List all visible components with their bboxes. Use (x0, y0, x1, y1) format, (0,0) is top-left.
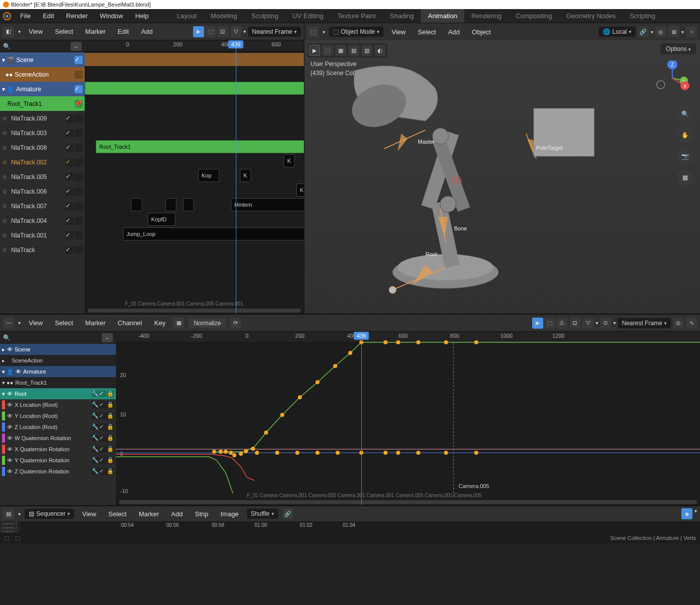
editor-type-icon[interactable]: 〰 (3, 318, 14, 329)
tab-compositing[interactable]: Compositing (508, 9, 559, 23)
ge-select-tools[interactable]: ▶ ⬚ ⚠ (532, 318, 567, 329)
vp-select[interactable]: Select (414, 27, 440, 37)
seq-add[interactable]: Add (167, 509, 187, 519)
strip-roottrack-mid[interactable]: Root_Track1 (96, 140, 304, 153)
playhead-marker[interactable]: 439 (228, 40, 243, 48)
strip-k4[interactable]: K (296, 184, 304, 197)
strip-roottrack-top[interactable] (85, 82, 304, 95)
tab-rendering[interactable]: Rendering (464, 9, 508, 23)
ge-channel-yloc[interactable]: 👁 Y Location (Root)🔧✓🔒 (0, 410, 116, 421)
nla-search[interactable]: 🔍 ↔ (0, 40, 85, 52)
ge-row-scene[interactable]: ▸ 👁 Scene (0, 344, 116, 355)
shading-wireframe-icon[interactable]: ▦ (335, 45, 346, 56)
ghost-icon[interactable]: ▦ (173, 318, 184, 329)
zoom-icon[interactable]: 🔍 (677, 106, 693, 122)
strip-hintern[interactable]: Hintern (231, 198, 304, 211)
vp-view[interactable]: View (388, 27, 410, 37)
graph-canvas[interactable]: -400 -200 0 200 400 600 800 1000 1200 43… (116, 332, 700, 505)
seq-snap-icon[interactable]: 🔗 (282, 508, 293, 519)
select-box-icon[interactable]: ⬚ (322, 45, 333, 56)
ge-playhead-marker[interactable]: 439 (354, 332, 369, 340)
menu-window[interactable]: Window (94, 10, 129, 22)
menu-file[interactable]: File (14, 10, 37, 22)
seq-strip[interactable]: Strip (191, 509, 213, 519)
nla-scrollbar[interactable] (88, 309, 301, 313)
nla-row-track001[interactable]: ☆NlaTrack.001✓ (0, 228, 85, 243)
orientation[interactable]: 🌐 Local ▾ (599, 27, 635, 37)
vp-options[interactable]: Options ▾ (661, 43, 696, 54)
ge-channel-xquat[interactable]: 👁 X Quaternion Rotation🔧✓🔒 (0, 444, 116, 455)
nla-add[interactable]: Add (137, 26, 157, 37)
autoupdate-icon[interactable]: ⟳ (230, 318, 241, 329)
playhead[interactable] (236, 40, 236, 314)
nla-row-armature[interactable]: ▾ 👤 Armature✓ (0, 82, 85, 96)
ge-proportional-icon[interactable]: ◎ (673, 318, 684, 329)
nla-row-track009[interactable]: ☆NlaTrack.009✓ (0, 111, 85, 126)
app-icon[interactable] (0, 9, 14, 23)
ge-channel-zquat[interactable]: 👁 Z Quaternion Rotation🔧✓🔒 (0, 466, 116, 477)
viewport-body[interactable]: ▶ ⬚ ▦ ▨ ▧ ◐ User Perspective (439) Scene… (304, 40, 700, 314)
snap-icon[interactable]: 🔗 (638, 26, 649, 37)
nla-row-track004[interactable]: ☆NlaTrack.004✓ (0, 213, 85, 228)
shading-solid-icon[interactable]: ▨ (348, 45, 359, 56)
editor-type-icon[interactable]: ◧ (3, 26, 14, 37)
ge-row-roottrack[interactable]: ▾ ●● Root_Track1 (0, 377, 116, 388)
shuffle-mode[interactable]: Shuffle ▾ (247, 509, 278, 519)
proportional-icon[interactable]: ◎ (655, 26, 666, 37)
ge-autokey-icon[interactable]: ∿ (686, 318, 697, 329)
expand-arrows-icon[interactable]: ↔ (102, 333, 113, 342)
nla-timeline[interactable]: 0 200 400 600 439 Root_Track1 K Kop K K (85, 40, 304, 314)
ge-row-armature[interactable]: ▾ 👤 👁 Armature (0, 366, 116, 377)
expand-arrows-icon[interactable]: ↔ (71, 42, 82, 51)
ge-pivot-icon[interactable]: ⊙ (600, 318, 611, 329)
ge-view[interactable]: View (25, 318, 47, 328)
tab-shading[interactable]: Shading (383, 9, 421, 23)
seq-select[interactable]: Select (104, 509, 131, 519)
nla-row-scene[interactable]: ▾ 🎬 Scene✓ (0, 52, 85, 67)
tab-layout[interactable]: Layout (170, 9, 204, 23)
ge-search[interactable]: 🔍 ↔ (0, 332, 116, 344)
strip-k2[interactable]: K (284, 154, 295, 167)
nla-row-nlatrack[interactable]: ☆NlaTrack✓ (0, 243, 85, 257)
ge-marker[interactable]: Marker (81, 318, 109, 328)
nla-edit[interactable]: Edit (114, 26, 133, 37)
ge-channel-wquat[interactable]: 👁 W Quaternion Rotation🔧✓🔒 (0, 433, 116, 444)
ge-snap-mode[interactable]: Nearest Frame ▾ (618, 318, 671, 328)
strip-kop[interactable]: Kop (198, 169, 219, 182)
strip-block3[interactable] (183, 198, 194, 211)
tab-modeling[interactable]: Modeling (204, 9, 244, 23)
ge-scrollbar[interactable] (119, 500, 697, 504)
nla-view[interactable]: View (25, 26, 47, 37)
nla-row-track007[interactable]: ☆NlaTrack.007✓ (0, 199, 85, 213)
perspective-icon[interactable]: ▦ (677, 169, 693, 186)
cursor-tool-icon[interactable]: ▶ (309, 45, 320, 56)
editor-type-icon[interactable]: ⬚ (307, 26, 319, 37)
ge-snap-icon[interactable]: ⊡ (569, 318, 581, 329)
tab-scripting[interactable]: Scripting (623, 9, 663, 23)
ge-key[interactable]: Key (150, 318, 169, 328)
vp-object[interactable]: Object (468, 27, 495, 37)
seq-display-icon[interactable]: ◆ (681, 508, 692, 519)
shading-rendered-icon[interactable]: ◐ (374, 45, 386, 56)
ge-row-root[interactable]: ▾ 👁 Root🔧✓🔒 (0, 388, 116, 399)
ge-select[interactable]: Select (51, 318, 77, 328)
menu-help[interactable]: Help (129, 10, 155, 22)
strip-block1[interactable] (131, 198, 142, 211)
seq-view[interactable]: View (78, 509, 100, 519)
snap-mode[interactable]: Nearest Frame ▾ (248, 27, 301, 37)
strip-sceneaction[interactable] (85, 53, 304, 66)
editor-type-icon[interactable]: ▤ (3, 508, 14, 519)
ge-channel[interactable]: Channel (114, 318, 146, 328)
ge-filter-icon[interactable]: ▽ (583, 318, 594, 329)
mode-selector[interactable]: ⬚ Object Mode ▾ (329, 27, 384, 37)
tab-sculpting[interactable]: Sculpting (244, 9, 285, 23)
nla-marker[interactable]: Marker (81, 26, 109, 37)
ge-channel-zloc[interactable]: 👁 Z Location (Root)🔧✓🔒 (0, 421, 116, 433)
pan-icon[interactable]: ✋ (677, 127, 693, 143)
ge-row-sceneaction[interactable]: ▸ SceneAction (0, 355, 116, 366)
ge-playhead[interactable] (361, 332, 362, 505)
strip-kopfd[interactable]: KopfD (148, 213, 175, 226)
axis-gizmo[interactable]: Z Y X (655, 60, 690, 96)
tab-animation[interactable]: Animation (421, 9, 464, 23)
shading-material-icon[interactable]: ▧ (361, 45, 372, 56)
